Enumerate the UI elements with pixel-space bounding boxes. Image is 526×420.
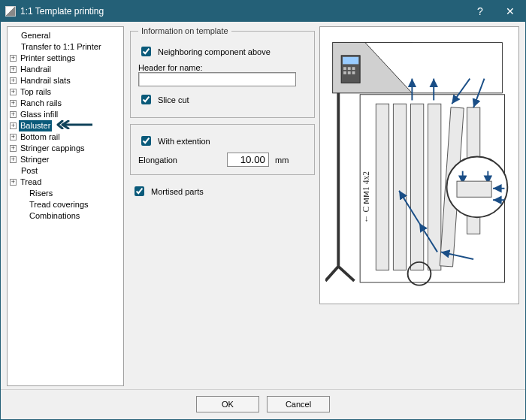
svg-rect-3 [343, 67, 346, 70]
close-button[interactable]: ✕ [495, 1, 525, 22]
tree-expander-icon[interactable]: + [10, 66, 17, 73]
tree-item-label[interactable]: Handrail [19, 64, 53, 75]
tree-item-transfer-to-1-1-printer[interactable]: Transfer to 1:1 Printer [9, 41, 122, 53]
tree-item-label[interactable]: Tread coverings [28, 199, 89, 210]
tree-expander-icon[interactable]: + [10, 77, 17, 84]
tree-connector [9, 210, 20, 222]
unit-elongation: mm [275, 156, 289, 165]
tree-item-top-rails[interactable]: +Top rails [9, 86, 122, 98]
tree-item-glass-infill[interactable]: +Glass infill [9, 109, 122, 120]
chk-slice-cut[interactable] [141, 95, 151, 104]
tree-expander-icon[interactable]: + [10, 179, 17, 186]
titlebar: 1:1 Template printing ? ✕ [1, 1, 525, 22]
tree-expander-icon[interactable]: + [10, 156, 17, 163]
tree-expander-icon[interactable]: + [10, 55, 17, 62]
tree-item-post[interactable]: Post [9, 165, 122, 177]
nav-tree[interactable]: GeneralTransfer to 1:1 Printer+Printer s… [7, 26, 124, 386]
group-extension: With extention Elongation mm [130, 124, 315, 175]
tree-expander-icon[interactable]: + [10, 134, 17, 141]
cancel-button[interactable]: Cancel [267, 396, 330, 412]
callout-arrow-icon [56, 120, 92, 132]
preview-image: ← C ᴍᴍ1 4x2 [319, 26, 519, 304]
lbl-neighboring-above[interactable]: Neighboring component above [158, 47, 271, 56]
lbl-header-for-name: Header for name: [138, 63, 307, 72]
lbl-elongation: Elongation [138, 156, 221, 165]
tree-item-label[interactable]: Ranch rails [19, 98, 63, 109]
svg-rect-29 [457, 181, 491, 197]
tree-item-label[interactable]: Tread [19, 177, 43, 188]
lbl-with-extension[interactable]: With extention [158, 137, 210, 146]
tree-item-label[interactable]: Stringer [19, 154, 51, 165]
svg-rect-5 [352, 67, 355, 70]
svg-rect-7 [348, 71, 351, 74]
tree-expander-icon[interactable]: + [10, 89, 17, 95]
svg-rect-2 [343, 57, 358, 65]
tree-item-label[interactable]: Stringer cappings [19, 143, 86, 154]
tree-expander-icon[interactable]: + [10, 145, 17, 152]
dialog-window: 1:1 Template printing ? ✕ GeneralTransfe… [0, 0, 526, 420]
window-title: 1:1 Template printing [20, 6, 104, 17]
svg-rect-11 [393, 104, 406, 270]
tree-item-label[interactable]: Bottom rail [19, 131, 62, 143]
svg-rect-4 [348, 67, 351, 70]
client-area: GeneralTransfer to 1:1 Printer+Printer s… [1, 22, 525, 419]
tree-item-risers[interactable]: Risers [9, 188, 122, 199]
group-info-on-template: Information on template Neighboring comp… [130, 26, 315, 118]
svg-text:← C  ᴍᴍ1  4x2: ← C ᴍᴍ1 4x2 [361, 171, 370, 223]
tree-item-handrail-slats[interactable]: +Handrail slats [9, 75, 122, 86]
help-button[interactable]: ? [465, 1, 495, 22]
tree-item-label[interactable]: Post [20, 165, 39, 177]
tree-item-label[interactable]: Glass infill [19, 109, 59, 120]
input-elongation[interactable] [227, 153, 269, 167]
tree-item-general[interactable]: General [9, 30, 122, 41]
tree-item-label[interactable]: Handrail slats [19, 75, 72, 86]
tree-item-handrail[interactable]: +Handrail [9, 64, 122, 75]
tree-item-stringer[interactable]: +Stringer [9, 154, 122, 165]
svg-rect-6 [343, 71, 346, 74]
tree-item-label[interactable]: Top rails [19, 86, 53, 98]
dialog-footer: OK Cancel [1, 389, 525, 419]
tree-item-tread-coverings[interactable]: Tread coverings [9, 199, 122, 210]
tree-expander-icon[interactable]: + [10, 111, 17, 118]
tree-item-label[interactable]: Transfer to 1:1 Printer [20, 41, 103, 53]
tree-item-label[interactable]: General [20, 30, 52, 41]
tree-item-label[interactable]: Risers [28, 188, 54, 199]
chk-mortised-parts[interactable] [135, 186, 144, 196]
tree-expander-icon[interactable]: + [10, 100, 17, 107]
tree-item-stringer-cappings[interactable]: +Stringer cappings [9, 143, 122, 154]
group-legend: Information on template [138, 26, 231, 35]
tree-connector [9, 188, 20, 199]
svg-rect-10 [376, 104, 388, 270]
svg-rect-13 [428, 104, 441, 270]
lbl-slice-cut[interactable]: Slice cut [158, 95, 189, 104]
svg-rect-12 [410, 104, 423, 270]
tree-item-bottom-rail[interactable]: +Bottom rail [9, 131, 122, 143]
tree-item-tread[interactable]: +Tread [9, 177, 122, 188]
tree-item-combinations[interactable]: Combinations [9, 210, 122, 222]
tree-item-baluster[interactable]: +Baluster [9, 120, 122, 131]
input-header-for-name[interactable] [138, 72, 296, 86]
app-icon [5, 6, 16, 17]
tree-connector [9, 199, 20, 210]
ok-button[interactable]: OK [196, 396, 259, 412]
tree-item-label[interactable]: Baluster [19, 120, 52, 131]
tree-item-printer-settings[interactable]: +Printer settings [9, 53, 122, 64]
tree-item-ranch-rails[interactable]: +Ranch rails [9, 98, 122, 109]
svg-rect-8 [352, 71, 355, 74]
chk-neighboring-above[interactable] [141, 47, 151, 56]
tree-item-label[interactable]: Combinations [28, 210, 81, 222]
chk-with-extension[interactable] [141, 136, 151, 146]
tree-item-label[interactable]: Printer settings [19, 53, 77, 64]
tree-expander-icon[interactable]: + [10, 122, 17, 129]
lbl-mortised-parts[interactable]: Mortised parts [151, 187, 204, 196]
